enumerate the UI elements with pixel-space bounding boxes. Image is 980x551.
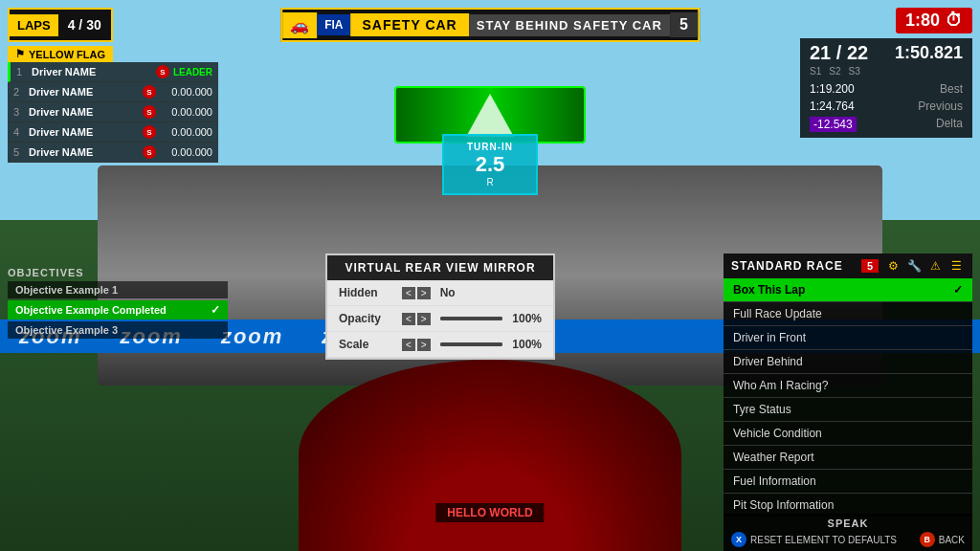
flag-icon: ⚑: [15, 48, 25, 60]
menu-item-who-am-i-racing[interactable]: Who Am I Racing?: [724, 374, 972, 398]
warning-icon[interactable]: ⚠: [926, 257, 944, 275]
objective-item-3: Objective Example 3: [8, 321, 228, 339]
objective-item-2-completed: Objective Example Completed ✓: [8, 300, 228, 320]
reset-action[interactable]: X RESET ELEMENT TO DEFAULTS: [731, 532, 897, 547]
table-row: 3 Driver NAME S 0.00.000: [8, 102, 218, 122]
opacity-slider[interactable]: [440, 317, 503, 320]
driver-leaderboard: 1 Driver NAME S LEADER 2 Driver NAME S 0…: [8, 62, 218, 163]
menu-item-driver-behind[interactable]: Driver Behind: [724, 350, 972, 374]
menu-item-fuel-information[interactable]: Fuel Information: [724, 470, 972, 494]
timer-icon: ⏱: [946, 11, 963, 31]
driver-s-icon-3: S: [143, 105, 156, 119]
objective-completed-label: Objective Example Completed: [15, 304, 167, 316]
mirror-hidden-value: No: [440, 286, 456, 299]
x-button[interactable]: X: [731, 532, 746, 547]
mirror-opacity-left-btn[interactable]: <: [402, 313, 415, 325]
menu-item-weather-report[interactable]: Weather Report: [724, 446, 972, 470]
driver-time-3: 0.00.000: [160, 106, 212, 118]
driver-pos-3: 3: [13, 106, 25, 118]
menu-item-box-this-lap[interactable]: Box This Lap ✓: [724, 278, 972, 302]
mirror-hidden-label: Hidden: [339, 286, 396, 299]
menu-item-driver-in-front[interactable]: Driver in Front: [724, 326, 972, 350]
menu-item-label-5: Who Am I Racing?: [733, 379, 828, 392]
menu-icon[interactable]: ☰: [947, 257, 965, 275]
menu-item-full-race-update[interactable]: Full Race Update: [724, 302, 972, 326]
table-row: 5 Driver NAME S 0.00.000: [8, 143, 218, 163]
mirror-hidden-left-btn[interactable]: <: [402, 287, 415, 299]
mirror-scale-arrows[interactable]: < >: [402, 339, 431, 351]
driver-pos-2: 2: [13, 86, 25, 98]
menu-item-label-9: Fuel Information: [733, 474, 816, 488]
mirror-opacity-right-btn[interactable]: >: [417, 313, 431, 325]
mirror-hidden-row: Hidden < > No: [327, 280, 553, 306]
table-row: 4 Driver NAME S 0.00.000: [8, 122, 218, 143]
back-label: BACK: [939, 535, 965, 545]
menu-item-label-6: Tyre Status: [733, 403, 791, 416]
mirror-scale-value: 100%: [512, 338, 542, 351]
reset-label: RESET ELEMENT TO DEFAULTS: [750, 535, 897, 545]
car-view: [299, 360, 681, 551]
previous-time: 1:24.764: [810, 99, 855, 113]
driver-pos-5: 5: [13, 146, 25, 158]
delta-label: Delta: [936, 117, 963, 132]
mirror-panel: VIRTUAL REAR VIEW MIRROR Hidden < > No O…: [325, 253, 555, 360]
speak-label: SPEAK: [731, 518, 965, 529]
engineer-menu-panel: STANDARD RACE 5 ⚙ 🔧 ⚠ ☰ Box This Lap ✓ F…: [724, 253, 972, 518]
s2-label: S2: [829, 66, 840, 77]
mirror-scale-right-btn[interactable]: >: [417, 339, 431, 351]
driver-s-icon-1: S: [156, 65, 169, 78]
hello-world-bar: HELLO WORLD: [435, 503, 544, 522]
race-lap-time: 1:50.821: [895, 43, 963, 63]
standard-race-title: STANDARD RACE: [731, 259, 856, 273]
speed-arrow: [466, 94, 514, 137]
mirror-hidden-right-btn[interactable]: >: [417, 287, 431, 299]
menu-item-label-3: Driver in Front: [733, 331, 806, 344]
turn-in-value: 2.5: [463, 152, 517, 177]
turn-in-r: R: [463, 177, 517, 187]
tools-icon[interactable]: 🔧: [905, 257, 923, 275]
right-panel-header: STANDARD RACE 5 ⚙ 🔧 ⚠ ☰: [724, 253, 972, 278]
mirror-opacity-arrows[interactable]: < >: [402, 313, 431, 325]
driver-name-1: Driver NAME: [32, 66, 152, 77]
settings-icon[interactable]: ⚙: [884, 257, 902, 275]
driver-name-2: Driver NAME: [29, 86, 139, 98]
zoom-logo-3: zoom: [221, 324, 283, 349]
menu-item-label-1: Box This Lap: [733, 283, 805, 297]
objectives-panel: OBJECTIVES Objective Example 1 Objective…: [8, 267, 228, 341]
fia-label: FIA: [317, 14, 350, 35]
menu-item-vehicle-condition[interactable]: Vehicle Condition: [724, 422, 972, 446]
mirror-opacity-label: Opacity: [339, 312, 396, 325]
menu-item-label-2: Full Race Update: [733, 307, 822, 320]
driver-s-icon-4: S: [143, 125, 156, 139]
menu-item-tyre-status[interactable]: Tyre Status: [724, 398, 972, 422]
scale-slider[interactable]: [440, 342, 503, 346]
opacity-slider-fill: [440, 317, 503, 320]
menu-item-label-4: Driver Behind: [733, 355, 803, 368]
driver-time-5: 0.00.000: [160, 146, 212, 158]
mirror-scale-left-btn[interactable]: <: [402, 339, 415, 351]
objectives-title: OBJECTIVES: [8, 267, 228, 278]
b-button[interactable]: B: [920, 532, 935, 547]
s1-label: S1: [810, 66, 821, 77]
menu-item-label-8: Weather Report: [733, 451, 814, 464]
table-row: 2 Driver NAME S 0.00.000: [8, 82, 218, 102]
safety-car-icon: 🚗: [282, 12, 317, 38]
delta-time: -12.543: [810, 117, 857, 132]
turn-in-indicator: TURN-IN 2.5 R: [442, 134, 538, 195]
mirror-hidden-arrows[interactable]: < >: [402, 287, 431, 299]
turn-in-label: TURN-IN: [463, 142, 517, 152]
menu-item-label-7: Vehicle Condition: [733, 427, 822, 440]
table-row: 1 Driver NAME S LEADER: [8, 62, 218, 82]
laps-box: LAPS 4 / 30: [8, 8, 113, 42]
best-label: Best: [940, 82, 963, 96]
checkmark-icon: ✓: [211, 303, 220, 317]
laps-label: LAPS: [10, 14, 58, 36]
race-timing-panel: 21 / 22 1:50.821 S1 S2 S3 1:19.200 Best …: [800, 38, 972, 138]
race-position: 21 / 22: [810, 42, 868, 64]
driver-time-1: LEADER: [173, 67, 212, 77]
mirror-opacity-value: 100%: [512, 312, 542, 325]
race-badge: 5: [861, 259, 879, 273]
back-action[interactable]: B BACK: [920, 532, 965, 547]
safety-car-banner: 🚗 FIA SAFETY CAR STAY BEHIND SAFETY CAR …: [280, 8, 700, 42]
yellow-flag-indicator: ⚑ YELLOW FLAG: [8, 46, 113, 62]
